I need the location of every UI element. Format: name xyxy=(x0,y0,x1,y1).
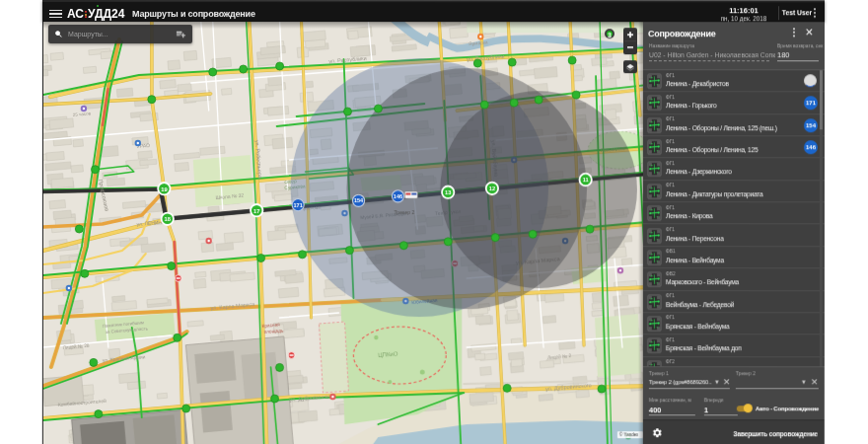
svg-text:12: 12 xyxy=(489,185,495,191)
svg-text:13: 13 xyxy=(445,189,451,195)
svg-text:146: 146 xyxy=(394,193,402,199)
svg-text:Трекер 2: Трекер 2 xyxy=(394,209,414,215)
svg-text:17: 17 xyxy=(253,208,259,214)
svg-text:154: 154 xyxy=(354,198,364,204)
svg-text:171: 171 xyxy=(293,202,302,208)
svg-text:18: 18 xyxy=(164,216,171,222)
svg-text:11: 11 xyxy=(583,177,590,183)
svg-text:19: 19 xyxy=(161,186,167,192)
svg-text:© Yandex: © Yandex xyxy=(619,431,639,437)
